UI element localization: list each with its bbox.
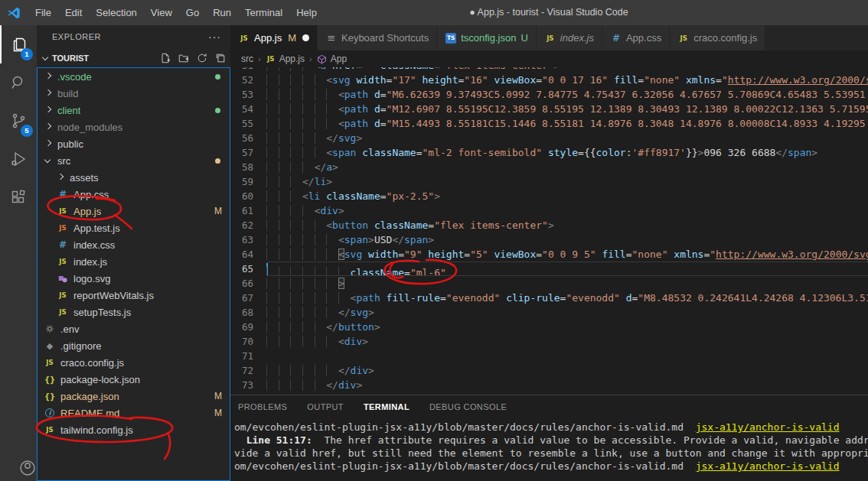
code-line-73[interactable]: 73 </div> xyxy=(230,378,868,392)
panel-tab-terminal[interactable]: TERMINAL xyxy=(364,402,410,411)
line-text: <svg width="9" height="5" viewBox="0 0 9… xyxy=(266,247,868,262)
code-line-66[interactable]: 66 > xyxy=(230,276,868,291)
new-folder-icon[interactable] xyxy=(178,53,189,63)
code-line-69[interactable]: 69 </button> xyxy=(230,320,868,334)
activitybar-explorer[interactable]: 1 xyxy=(0,25,37,63)
panel-tab-debug-console[interactable]: DEBUG CONSOLE xyxy=(429,402,507,411)
line-number: 61 xyxy=(230,203,253,218)
code-line-58[interactable]: 58 </a> xyxy=(230,160,868,174)
code-line-72[interactable]: 72 </div> xyxy=(230,363,868,378)
code-line-54[interactable]: 54 <path d="M12.6907 8.55195C12.3859 8.5… xyxy=(230,102,868,116)
tree-item-README.md[interactable]: iREADME.mdM xyxy=(38,405,230,421)
breadcrumb-src[interactable]: src xyxy=(241,54,253,64)
tab-app-js[interactable]: JSApp.jsM xyxy=(230,25,318,50)
tree-item-public[interactable]: public xyxy=(38,135,230,152)
code-line-65[interactable]: 65 className="ml-6" xyxy=(230,262,868,276)
tree-item-index.js[interactable]: JSindex.js xyxy=(38,253,230,270)
token: </ xyxy=(315,161,327,173)
terminal-line: om/evcohen/eslint-plugin-jsx-a11y/blob/m… xyxy=(234,460,868,473)
tree-item-package-lock.json[interactable]: {}package-lock.json xyxy=(38,371,230,388)
code-line-53[interactable]: 53 <path d="M6.62639 9.37493C5.0992 7.84… xyxy=(230,87,868,102)
code-line-71[interactable]: 71 xyxy=(230,349,868,363)
tree-item-.vscode[interactable]: .vscode xyxy=(38,68,230,85)
json-file-icon: {} xyxy=(44,373,56,385)
tab-app-css[interactable]: #App.css xyxy=(602,25,670,50)
tree-item-client[interactable]: client xyxy=(38,102,230,119)
indent-guide xyxy=(266,267,279,276)
code-editor[interactable]: 51 <a href="" className="flex items-cent… xyxy=(230,67,868,395)
code-line-59[interactable]: 59 </li> xyxy=(230,174,868,189)
tree-item-src[interactable]: src xyxy=(38,152,230,169)
panel-tab-output[interactable]: OUTPUT xyxy=(307,402,344,411)
tree-item-.env[interactable]: .env xyxy=(38,320,230,337)
panel-tab-problems[interactable]: PROBLEMS xyxy=(238,402,287,411)
code-line-63[interactable]: 63 <span>USD</span> xyxy=(230,232,868,247)
tree-item-index.css[interactable]: #index.css xyxy=(38,236,230,253)
tree-item-logo.svg[interactable]: logo.svg xyxy=(38,270,230,287)
terminal-text: vide a valid href, but still need the el… xyxy=(234,447,868,459)
terminal-output[interactable]: om/evcohen/eslint-plugin-jsx-a11y/blob/m… xyxy=(230,418,868,473)
gutter-gap xyxy=(253,87,266,102)
list-file-icon: ≡ xyxy=(325,32,338,44)
code-line-61[interactable]: 61 <div> xyxy=(230,203,868,218)
cube-file-icon xyxy=(317,53,328,65)
tree-item-setupTests.js[interactable]: JSsetupTests.js xyxy=(38,304,230,320)
code-line-64[interactable]: 64 <svg width="9" height="5" viewBox="0 … xyxy=(230,247,868,262)
code-line-56[interactable]: 56 </svg> xyxy=(230,131,868,145)
menu-go[interactable]: Go xyxy=(179,7,206,18)
menu-edit[interactable]: Edit xyxy=(58,7,89,18)
menu-terminal[interactable]: Terminal xyxy=(238,7,289,18)
menu-selection[interactable]: Selection xyxy=(89,7,143,18)
tree-item-craco.config.js[interactable]: JScraco.config.js xyxy=(38,354,230,371)
activitybar-search[interactable] xyxy=(0,63,37,102)
tab-dirty-dot-icon[interactable] xyxy=(302,34,309,41)
code-line-62[interactable]: 62 <button className="flex items-center"… xyxy=(230,218,868,232)
menu-file[interactable]: File xyxy=(28,7,58,18)
activitybar-run-debug[interactable] xyxy=(0,140,37,178)
tab-index-js[interactable]: JSindex.js xyxy=(537,25,602,50)
token: "evenodd" xyxy=(446,292,500,304)
breadcrumb-app.js[interactable]: JSApp.js xyxy=(266,53,305,65)
menu-view[interactable]: View xyxy=(144,7,179,18)
new-file-icon[interactable] xyxy=(160,53,171,63)
line-number: 69 xyxy=(230,320,253,334)
menu-help[interactable]: Help xyxy=(289,7,324,18)
env-file-icon xyxy=(44,323,56,335)
collapse-all-icon[interactable] xyxy=(215,53,226,63)
tab-tsconfig-json[interactable]: TStsconfig.jsonU xyxy=(437,25,537,50)
tree-item-assets[interactable]: assets xyxy=(38,169,230,186)
code-line-60[interactable]: 60 <li className="px-2.5"> xyxy=(230,189,868,203)
workspace-section-header[interactable]: TOURIST xyxy=(37,48,230,67)
tree-item-build[interactable]: build xyxy=(38,85,230,102)
code-line-55[interactable]: 55 <path d="M15.4493 8.55181C15.1446 8.5… xyxy=(230,116,868,131)
tree-item-tailwind.config.js[interactable]: JStailwind.config.js xyxy=(38,421,230,438)
activitybar-source-control[interactable]: 5 xyxy=(0,102,37,140)
code-line-52[interactable]: 52 <svg width="17" height="16" viewBox="… xyxy=(230,73,868,87)
code-line-67[interactable]: 67 <path fill-rule="evenodd" clip-rule="… xyxy=(230,291,868,305)
tree-item-reportWebVitals.js[interactable]: JSreportWebVitals.js xyxy=(38,287,230,304)
code-line-68[interactable]: 68 </svg> xyxy=(230,305,868,320)
tab-craco-config-js[interactable]: JScraco.config.js xyxy=(670,25,765,50)
tree-item-package.json[interactable]: {}package.jsonM xyxy=(38,388,230,405)
tree-item-.gitignore[interactable]: ◆.gitignore xyxy=(38,337,230,354)
terminal-link[interactable]: jsx-a11y/anchor-is-valid xyxy=(696,421,840,433)
tree-item-App.css[interactable]: #App.css xyxy=(38,186,230,203)
tree-item-node_modules[interactable]: node_modules xyxy=(38,119,230,135)
tree-item-App.test.js[interactable]: JSApp.test.js xyxy=(38,219,230,236)
token: "M6.62639 9.37493C5.0992 7.84775 4.75437… xyxy=(387,89,868,100)
code-line-51[interactable]: 51 <a href="" className="flex items-cent… xyxy=(230,67,868,73)
code-line-57[interactable]: 57 <span className="ml-2 font-semibold" … xyxy=(230,145,868,160)
activitybar-extensions[interactable] xyxy=(0,178,37,216)
refresh-icon[interactable] xyxy=(197,53,207,63)
breadcrumb-app[interactable]: App xyxy=(317,53,347,65)
tree-item-label: index.js xyxy=(73,256,107,268)
token: < xyxy=(338,249,344,260)
tab-keyboard-shortcuts[interactable]: ≡Keyboard Shortcuts xyxy=(318,25,437,50)
token: "flex items-center" xyxy=(440,67,554,71)
tree-item-App.js[interactable]: JSApp.jsM xyxy=(38,203,230,219)
indent-guide xyxy=(315,219,327,231)
code-line-70[interactable]: 70 <div> xyxy=(230,334,868,349)
explorer-more-actions-icon[interactable]: ··· xyxy=(208,31,221,43)
terminal-link[interactable]: jsx-a11y/anchor-is-valid xyxy=(696,460,840,472)
menu-run[interactable]: Run xyxy=(206,7,238,18)
